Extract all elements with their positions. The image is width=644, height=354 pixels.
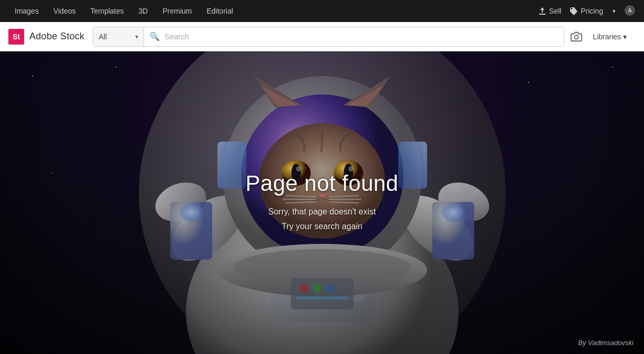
nav-videos[interactable]: Videos [47,0,82,22]
camera-search-button[interactable] [571,31,582,42]
logo-link[interactable]: St Adobe Stock [8,29,84,45]
top-navigation: Images Videos Templates 3D Premium Edito… [0,0,644,22]
nav-premium[interactable]: Premium [156,0,198,22]
category-select-wrapper: All Images Videos Templates 3D Premium E… [93,27,144,46]
nav-right: Sell Pricing ▾ A [538,5,636,18]
nav-chevron-icon: ▾ [613,8,616,15]
adobe-icon: A [624,5,636,16]
svg-text:A: A [628,8,632,14]
attribution-text: By Vadimsadovski [578,339,634,347]
nav-links: Images Videos Templates 3D Premium Edito… [8,0,538,22]
profile-link[interactable]: A [624,5,636,18]
nav-3d[interactable]: 3D [132,0,154,22]
pricing-label: Pricing [581,7,603,15]
svg-point-2 [575,35,578,39]
libraries-chevron-icon: ▾ [623,33,627,41]
search-form: All Images Videos Templates 3D Premium E… [93,27,564,47]
subtitle-line2: Try your search again [281,222,362,231]
nav-templates[interactable]: Templates [84,0,130,22]
search-input-wrapper: 🔍 [144,27,564,46]
logo-mark: St [8,29,24,45]
tag-icon [570,7,578,15]
pricing-link[interactable]: Pricing [570,7,603,15]
hero-section: Page not found Sorry, that page doesn't … [0,51,644,354]
search-bar: St Adobe Stock All Images Videos Templat… [0,22,644,51]
logo-text: Adobe Stock [29,31,84,42]
sell-label: Sell [549,7,561,15]
search-icon: 🔍 [149,31,160,41]
sell-link[interactable]: Sell [538,7,561,15]
search-input[interactable] [164,32,559,41]
category-select[interactable]: All Images Videos Templates 3D Premium E… [99,33,143,41]
page-not-found-subtitle: Sorry, that page doesn't exist Try your … [246,205,399,235]
hero-content: Page not found Sorry, that page doesn't … [246,171,399,235]
libraries-label: Libraries [593,33,621,41]
subtitle-line1: Sorry, that page doesn't exist [268,207,376,216]
upload-icon [538,7,547,15]
nav-editorial[interactable]: Editorial [200,0,239,22]
nav-images[interactable]: Images [8,0,45,22]
libraries-button[interactable]: Libraries ▾ [593,33,627,41]
page-not-found-title: Page not found [246,171,399,196]
camera-icon [571,31,582,42]
